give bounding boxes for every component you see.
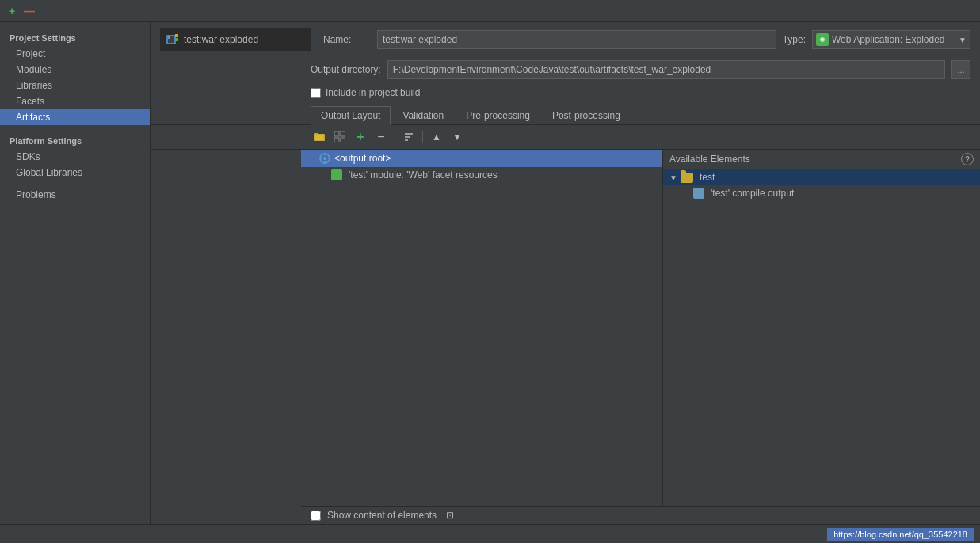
- toolbar-up-btn[interactable]: ▲: [428, 128, 445, 146]
- browse-button[interactable]: ...: [951, 60, 970, 79]
- svg-rect-11: [341, 131, 345, 136]
- toolbar-grid-btn[interactable]: [331, 128, 349, 146]
- sidebar-item-facets[interactable]: Facets: [0, 93, 150, 109]
- folder-icon-test: [681, 173, 693, 183]
- output-root-icon: [318, 152, 331, 165]
- down-icon: ▼: [452, 131, 462, 142]
- toolbar-remove-btn[interactable]: −: [372, 128, 390, 146]
- type-label: Type:: [783, 34, 806, 45]
- svg-rect-10: [334, 131, 339, 136]
- type-dropdown-arrow: ▼: [959, 36, 967, 44]
- minus-icon: −: [377, 130, 384, 144]
- tree-item-output-root[interactable]: <output root>: [301, 150, 662, 167]
- sidebar-item-sdks[interactable]: SDKs: [0, 149, 150, 165]
- svg-rect-13: [341, 138, 345, 142]
- up-icon: ▲: [432, 131, 441, 142]
- sidebar-item-libraries[interactable]: Libraries: [0, 78, 150, 93]
- tabs-bar: Output Layout Validation Pre-processing …: [151, 103, 980, 125]
- svg-rect-12: [334, 138, 339, 142]
- svg-point-6: [822, 39, 824, 41]
- svg-rect-2: [175, 34, 178, 37]
- remove-button[interactable]: —: [24, 6, 35, 17]
- compact-icon: ⊡: [446, 510, 454, 521]
- toolbar-down-btn[interactable]: ▼: [448, 128, 466, 146]
- project-settings-header: Project Settings: [0, 28, 150, 46]
- include-checkbox[interactable]: [311, 88, 321, 98]
- name-input[interactable]: [377, 30, 776, 49]
- available-item-compile-output[interactable]: 'test' compile output: [663, 185, 980, 201]
- add-button[interactable]: +: [6, 6, 17, 17]
- compile-output-icon: [693, 188, 704, 199]
- artifact-toolbar: + − ▲ ▼: [151, 125, 980, 150]
- platform-settings-header: Platform Settings: [0, 131, 150, 149]
- svg-point-18: [323, 157, 326, 160]
- sidebar-divider-2: [0, 180, 150, 187]
- toolbar-folder-btn[interactable]: [311, 128, 328, 146]
- available-header: Available Elements ?: [663, 150, 980, 169]
- show-content-checkbox[interactable]: [311, 511, 321, 521]
- svg-rect-1: [168, 36, 170, 39]
- toolbar-add-btn[interactable]: +: [352, 128, 369, 146]
- bottom-bar: Show content of elements ⊡: [301, 506, 980, 524]
- available-item-compile-label: 'test' compile output: [711, 188, 794, 199]
- title-bar: + —: [0, 0, 980, 22]
- include-checkbox-row: Include in project build: [151, 82, 980, 103]
- svg-rect-9: [315, 135, 323, 140]
- include-label[interactable]: Include in project build: [326, 87, 420, 98]
- available-item-test[interactable]: ▼ test: [663, 169, 980, 185]
- output-dir-input[interactable]: [387, 60, 945, 79]
- main-content: Project Settings Project Modules Librari…: [0, 22, 980, 524]
- available-elements-panel: Available Elements ? ▼ test 'test' compi…: [663, 150, 980, 506]
- status-bar: https://blog.csdn.net/qq_35542218: [0, 524, 980, 543]
- status-link[interactable]: https://blog.csdn.net/qq_35542218: [827, 528, 974, 541]
- sidebar-divider-1: [0, 125, 150, 131]
- content-split: <output root> 'test' module: 'Web' facet…: [301, 150, 980, 506]
- sidebar: Project Settings Project Modules Librari…: [0, 22, 151, 524]
- tree-item-label: <output root>: [334, 153, 391, 164]
- help-icon[interactable]: ?: [961, 153, 974, 165]
- toolbar-sort-btn[interactable]: [400, 128, 418, 146]
- artifact-item-icon: [166, 34, 179, 45]
- available-arrow-1: ▼: [669, 173, 677, 182]
- toolbar-separator-1: [395, 131, 395, 143]
- sidebar-item-problems[interactable]: Problems: [0, 187, 150, 203]
- sidebar-item-modules[interactable]: Modules: [0, 62, 150, 78]
- type-icon: [816, 33, 829, 46]
- tab-validation[interactable]: Validation: [392, 106, 454, 124]
- output-layout-tree: <output root> 'test' module: 'Web' facet…: [301, 150, 663, 506]
- output-dir-label: Output directory:: [311, 64, 381, 75]
- name-row: test:war exploded Name: Type:: [151, 22, 980, 57]
- name-label: Name:: [323, 34, 371, 45]
- show-content-label[interactable]: Show content of elements: [327, 510, 437, 521]
- tab-post-processing[interactable]: Post-processing: [542, 106, 631, 124]
- plus-icon: +: [357, 130, 364, 144]
- sidebar-item-project[interactable]: Project: [0, 46, 150, 62]
- tab-output-layout[interactable]: Output Layout: [311, 106, 391, 125]
- right-panel: test:war exploded Name: Type:: [151, 22, 980, 524]
- type-value: Web Application: Exploded: [832, 34, 955, 45]
- svg-rect-3: [175, 38, 178, 41]
- tree-item-web-resources[interactable]: 'test' module: 'Web' facet resources: [301, 167, 662, 183]
- tree-item-label-2: 'test' module: 'Web' facet resources: [349, 169, 498, 180]
- sidebar-item-global-libraries[interactable]: Global Libraries: [0, 165, 150, 180]
- artifact-item-label: test:war exploded: [184, 34, 258, 45]
- type-select[interactable]: Web Application: Exploded ▼: [812, 30, 970, 49]
- available-item-test-label: test: [700, 172, 715, 183]
- available-elements-label: Available Elements: [669, 154, 956, 165]
- web-facet-icon: [331, 169, 342, 180]
- artifact-list-item[interactable]: test:war exploded: [160, 28, 311, 51]
- output-dir-row: Output directory: ...: [151, 57, 980, 82]
- sidebar-item-artifacts[interactable]: Artifacts: [0, 109, 150, 125]
- tab-pre-processing[interactable]: Pre-processing: [456, 106, 540, 124]
- toolbar-separator-2: [422, 131, 423, 143]
